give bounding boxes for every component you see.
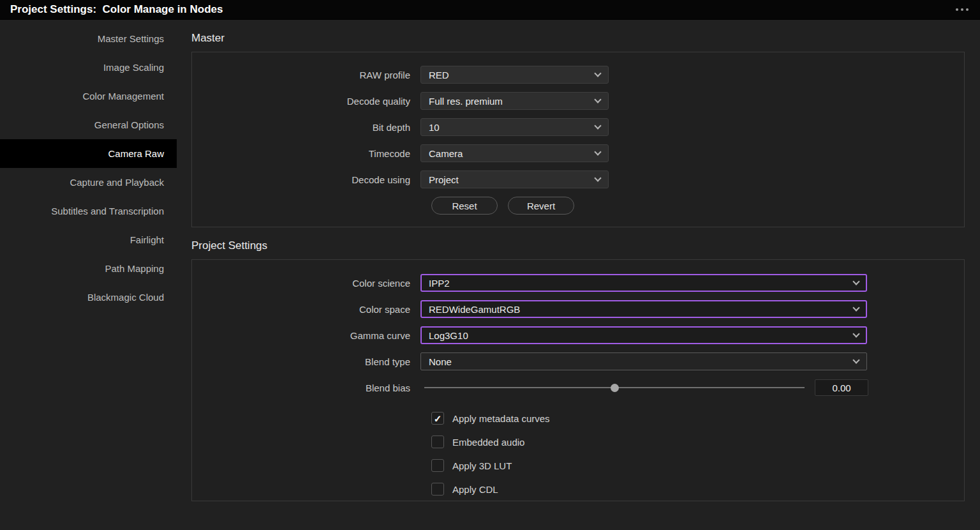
timecode-dropdown[interactable]: Camera xyxy=(420,144,609,162)
timecode-label: Timecode xyxy=(192,148,420,159)
decode-using-label: Decode using xyxy=(192,174,420,185)
chevron-down-icon xyxy=(852,304,859,311)
blend-bias-row: Blend bias 0.00 xyxy=(192,379,964,397)
master-section-heading: Master xyxy=(191,32,965,45)
apply-metadata-curves-checkbox[interactable]: ✓ xyxy=(431,412,444,425)
chevron-down-icon xyxy=(594,122,601,129)
project-settings-panel: Color science IPP2 Color space REDWideGa… xyxy=(191,259,965,501)
sidebar-item-color-management[interactable]: Color Management xyxy=(0,82,177,110)
blend-type-label: Blend type xyxy=(192,356,420,367)
master-buttons-row: Reset Revert xyxy=(431,197,964,215)
chevron-down-icon xyxy=(852,356,859,363)
embedded-audio-checkbox[interactable] xyxy=(431,435,444,448)
bit-depth-label: Bit depth xyxy=(192,122,420,133)
blend-type-row: Blend type None xyxy=(192,352,964,370)
color-science-dropdown[interactable]: IPP2 xyxy=(420,274,867,292)
check-icon: ✓ xyxy=(434,414,442,423)
slider-handle[interactable] xyxy=(611,384,619,392)
sidebar-item-fairlight[interactable]: Fairlight xyxy=(0,225,177,254)
more-options-icon[interactable] xyxy=(954,4,970,15)
chevron-down-icon xyxy=(594,174,601,181)
color-space-label: Color space xyxy=(192,304,420,315)
chevron-down-icon xyxy=(852,330,859,337)
gamma-curve-row: Gamma curve Log3G10 xyxy=(192,326,964,344)
revert-button[interactable]: Revert xyxy=(508,197,574,215)
color-science-label: Color science xyxy=(192,278,420,289)
bit-depth-dropdown[interactable]: 10 xyxy=(420,118,609,136)
color-science-row: Color science IPP2 xyxy=(192,274,964,292)
decode-quality-dropdown[interactable]: Full res. premium xyxy=(420,92,609,110)
embedded-audio-label[interactable]: Embedded audio xyxy=(452,437,524,448)
master-panel: RAW profile RED Decode quality Full res.… xyxy=(191,52,965,227)
chevron-down-icon xyxy=(594,70,601,77)
gamma-curve-label: Gamma curve xyxy=(192,330,420,341)
apply-3d-lut-row: Apply 3D LUT xyxy=(431,459,964,472)
bit-depth-value: 10 xyxy=(429,122,440,133)
apply-metadata-curves-label[interactable]: Apply metadata curves xyxy=(452,413,550,424)
color-science-value: IPP2 xyxy=(429,278,450,289)
decode-quality-value: Full res. premium xyxy=(429,96,503,107)
sidebar-item-general-options[interactable]: General Options xyxy=(0,110,177,139)
blend-type-dropdown[interactable]: None xyxy=(420,352,867,370)
apply-3d-lut-checkbox[interactable] xyxy=(431,459,444,472)
embedded-audio-row: Embedded audio xyxy=(431,435,964,448)
apply-cdl-label[interactable]: Apply CDL xyxy=(452,484,498,495)
window-title: Project Settings: Color Manage in Nodes xyxy=(10,3,223,16)
raw-profile-row: RAW profile RED xyxy=(192,66,964,84)
settings-content: Master RAW profile RED Decode quality Fu… xyxy=(177,20,980,530)
bit-depth-row: Bit depth 10 xyxy=(192,118,964,136)
gamma-curve-value: Log3G10 xyxy=(429,330,468,341)
apply-3d-lut-label[interactable]: Apply 3D LUT xyxy=(452,460,512,471)
project-settings-heading: Project Settings xyxy=(191,239,965,252)
decode-quality-label: Decode quality xyxy=(192,96,420,107)
raw-profile-value: RED xyxy=(429,70,449,80)
apply-cdl-checkbox[interactable] xyxy=(431,483,444,496)
sidebar-item-camera-raw[interactable]: Camera Raw xyxy=(0,139,177,168)
raw-profile-dropdown[interactable]: RED xyxy=(420,66,609,84)
blend-bias-value[interactable]: 0.00 xyxy=(815,379,868,396)
sidebar-item-blackmagic-cloud[interactable]: Blackmagic Cloud xyxy=(0,283,177,312)
blend-type-value: None xyxy=(429,356,452,367)
sidebar-item-image-scaling[interactable]: Image Scaling xyxy=(0,53,177,82)
color-space-row: Color space REDWideGamutRGB xyxy=(192,300,964,318)
chevron-down-icon xyxy=(594,148,601,155)
color-space-dropdown[interactable]: REDWideGamutRGB xyxy=(420,300,867,318)
decode-using-dropdown[interactable]: Project xyxy=(420,170,609,188)
timecode-row: Timecode Camera xyxy=(192,144,964,162)
decode-using-row: Decode using Project xyxy=(192,170,964,188)
apply-cdl-row: Apply CDL xyxy=(431,483,964,496)
decode-quality-row: Decode quality Full res. premium xyxy=(192,92,964,110)
color-space-value: REDWideGamutRGB xyxy=(429,304,520,315)
sidebar-item-capture-playback[interactable]: Capture and Playback xyxy=(0,168,177,197)
blend-bias-label: Blend bias xyxy=(192,382,420,393)
decode-using-value: Project xyxy=(429,174,459,185)
chevron-down-icon xyxy=(594,96,601,103)
sidebar-item-subtitles-transcription[interactable]: Subtitles and Transcription xyxy=(0,197,177,225)
titlebar: Project Settings: Color Manage in Nodes xyxy=(0,0,980,20)
reset-button[interactable]: Reset xyxy=(431,197,498,215)
sidebar-item-master-settings[interactable]: Master Settings xyxy=(0,24,177,53)
apply-metadata-curves-row: ✓ Apply metadata curves xyxy=(431,412,964,425)
sidebar-item-path-mapping[interactable]: Path Mapping xyxy=(0,254,177,283)
chevron-down-icon xyxy=(852,278,859,285)
timecode-value: Camera xyxy=(429,148,463,159)
gamma-curve-dropdown[interactable]: Log3G10 xyxy=(420,326,867,344)
settings-sidebar: Master Settings Image Scaling Color Mana… xyxy=(0,20,177,530)
blend-bias-slider[interactable] xyxy=(424,379,805,397)
raw-profile-label: RAW profile xyxy=(192,70,420,80)
